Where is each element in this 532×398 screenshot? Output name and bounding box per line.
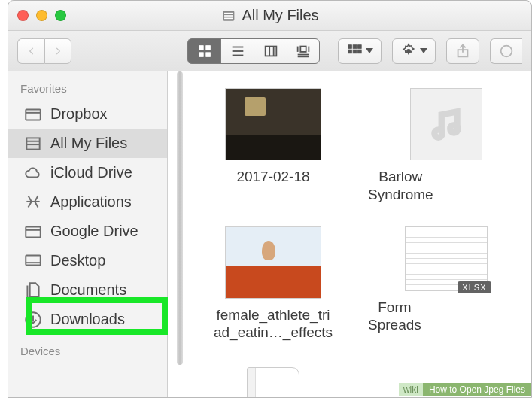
photo-thumbnail	[225, 88, 321, 160]
document-thumbnail	[247, 367, 299, 397]
applications-icon	[23, 194, 43, 211]
all-my-files-icon	[23, 135, 43, 152]
file-item[interactable]	[190, 364, 356, 397]
sidebar-item-label: Dropbox	[50, 105, 108, 123]
window-title: All My Files	[220, 7, 318, 24]
sidebar-resize-handle[interactable]	[177, 71, 183, 365]
window-controls	[17, 10, 66, 21]
file-item[interactable]: XLSX Form Spreads	[363, 226, 524, 342]
back-button[interactable]	[17, 38, 44, 64]
cloud-icon	[23, 165, 43, 181]
view-switcher	[187, 38, 320, 64]
forward-button[interactable]	[44, 38, 71, 64]
sidebar-item-dropbox[interactable]: Dropbox	[8, 99, 167, 129]
svg-rect-19	[348, 44, 352, 48]
chevron-down-icon	[420, 48, 427, 53]
file-name: female_athlete_tri ad_eatin…_effects	[214, 306, 333, 342]
minimize-window-button[interactable]	[36, 10, 47, 21]
svg-rect-1	[224, 12, 233, 14]
arrange-button[interactable]	[338, 38, 382, 64]
svg-rect-28	[26, 109, 41, 120]
svg-rect-2	[224, 15, 233, 17]
sidebar-item-label: Google Drive	[50, 223, 138, 240]
svg-rect-11	[265, 46, 276, 56]
file-name: Form Spreads	[368, 299, 421, 335]
watermark-title: How to Open Jpeg Files	[423, 383, 531, 396]
sidebar-item-applications[interactable]: Applications	[8, 187, 167, 217]
close-window-button[interactable]	[17, 10, 29, 21]
svg-point-38	[450, 125, 458, 132]
desktop-icon	[23, 253, 43, 269]
action-button[interactable]	[392, 38, 436, 64]
svg-point-27	[501, 45, 512, 56]
icon-view-button[interactable]	[187, 38, 220, 64]
list-view-button[interactable]	[220, 38, 254, 64]
svg-rect-4	[199, 45, 203, 49]
file-name: 2017-02-18	[236, 168, 309, 186]
box-icon	[23, 223, 43, 240]
window-body: Favorites Dropbox All My Files iCloud Dr…	[8, 71, 531, 397]
nav-buttons	[17, 38, 71, 64]
sidebar-item-label: Desktop	[50, 252, 105, 269]
sidebar-item-label: All My Files	[50, 135, 127, 152]
svg-rect-24	[358, 50, 362, 53]
zoom-window-button[interactable]	[55, 10, 66, 21]
svg-rect-6	[199, 52, 203, 56]
sidebar-item-google-drive[interactable]: Google Drive	[8, 217, 167, 246]
chevron-down-icon	[366, 48, 373, 53]
sidebar-section-favorites: Favorites	[8, 71, 167, 99]
music-thumbnail	[410, 88, 482, 160]
sidebar-item-icloud[interactable]: iCloud Drive	[8, 158, 167, 187]
titlebar: All My Files	[8, 1, 531, 31]
svg-rect-23	[353, 50, 357, 53]
svg-rect-29	[26, 138, 39, 149]
tags-button[interactable]	[490, 38, 522, 64]
file-item[interactable]: Barlow Syndrome	[363, 88, 524, 204]
svg-rect-14	[300, 46, 306, 51]
sidebar-item-all-my-files[interactable]: All My Files	[8, 129, 167, 158]
watermark-brand: wiki	[399, 383, 423, 396]
watermark: wiki How to Open Jpeg Files	[399, 382, 531, 397]
documents-icon	[23, 282, 43, 299]
file-name: Barlow Syndrome	[368, 168, 433, 204]
sidebar: Favorites Dropbox All My Files iCloud Dr…	[8, 71, 168, 397]
tutorial-highlight	[26, 297, 168, 335]
share-button[interactable]	[446, 38, 479, 64]
content-area[interactable]: 2017-02-18 Barlow Syndrome female_athlet…	[168, 71, 531, 397]
spreadsheet-thumbnail: XLSX	[405, 226, 488, 291]
sidebar-item-label: Applications	[50, 193, 132, 211]
sidebar-item-label: iCloud Drive	[50, 164, 132, 181]
svg-rect-34	[26, 255, 41, 265]
sidebar-section-devices: Devices	[8, 334, 167, 362]
svg-rect-5	[205, 45, 210, 49]
image-thumbnail	[225, 226, 321, 299]
toolbar	[8, 31, 531, 71]
svg-rect-20	[353, 44, 357, 48]
svg-rect-3	[224, 17, 233, 19]
sidebar-item-desktop[interactable]: Desktop	[8, 246, 167, 275]
svg-rect-33	[26, 226, 41, 237]
box-icon	[23, 106, 43, 123]
finder-window: All My Files	[8, 0, 532, 398]
svg-rect-21	[358, 44, 362, 48]
all-my-files-icon	[220, 8, 236, 23]
coverflow-view-button[interactable]	[287, 38, 320, 64]
file-type-badge: XLSX	[458, 281, 491, 293]
window-title-text: All My Files	[242, 7, 318, 24]
svg-rect-7	[205, 52, 210, 56]
file-item[interactable]: 2017-02-18	[190, 88, 356, 204]
column-view-button[interactable]	[254, 38, 287, 64]
file-item[interactable]: female_athlete_tri ad_eatin…_effects	[190, 226, 356, 342]
svg-rect-22	[348, 50, 352, 53]
sidebar-item-label: Documents	[50, 281, 126, 299]
